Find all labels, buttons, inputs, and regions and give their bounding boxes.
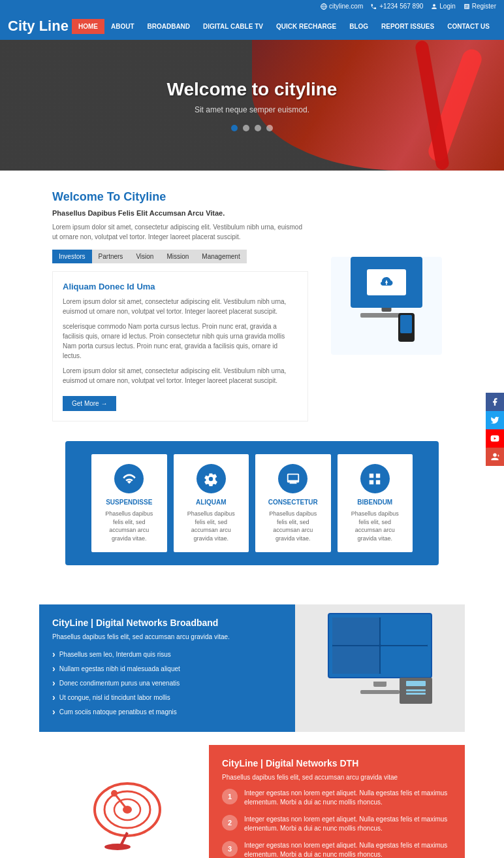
- dth-desc: Phasellus dapibus felis elit, sed accums…: [222, 774, 452, 781]
- welcome-section: Welcome To Cityline Phasellus Dapibus Fe…: [0, 171, 504, 441]
- googleplus-button[interactable]: [486, 448, 504, 466]
- dth-info: CityLine | Digital Networks DTH Phasellu…: [209, 745, 465, 858]
- tab-management[interactable]: Management: [195, 250, 246, 263]
- hero-content: Welcome to cityline Sit amet neque sempe…: [167, 79, 338, 131]
- broadband-title: CityLine | Digital Networks Broadband: [52, 618, 282, 628]
- welcome-tabs: Investors Partners Vision Mission Manage…: [52, 250, 308, 263]
- broadband-image: [295, 604, 465, 732]
- broadband-section: CityLine | Digital Networks Broadband Ph…: [39, 604, 465, 732]
- feature-title-4: BIBENDUM: [347, 499, 403, 506]
- feature-desc-3: Phasellus dapibus felis elit, sed accums…: [265, 510, 321, 542]
- gear-icon: [197, 464, 226, 493]
- feature-consectetur: CONSECTETUR Phasellus dapibus felis elit…: [255, 454, 331, 552]
- dth-number-1: 1: [222, 789, 238, 804]
- hero-dot-3[interactable]: [255, 125, 261, 131]
- dth-number-3: 3: [222, 841, 238, 857]
- feature-title-2: ALIQUAM: [183, 499, 240, 506]
- content-p1: Lorem ipsum dolor sit amet, consectetur …: [63, 297, 298, 316]
- tab-vision[interactable]: Vision: [129, 250, 160, 263]
- dth-text-1: Integer egestas non lorem eget aliquet. …: [244, 789, 452, 807]
- dth-title: CityLine | Digital Networks DTH: [222, 758, 452, 768]
- header: City Line HOME ABOUT BROADBAND DIGITAL C…: [0, 12, 504, 40]
- features-wrapper: SUSPENDISSE Phasellus dapibus felis elit…: [0, 441, 504, 591]
- content-title: Aliquam Donec Id Uma: [63, 282, 298, 291]
- feature-aliquam: ALIQUAM Phasellus dapibus felis elit, se…: [174, 454, 249, 552]
- content-p2: scelerisque commodo Nam porta cursus lec…: [63, 322, 298, 361]
- register-link[interactable]: Register: [464, 3, 496, 10]
- hero-title: Welcome to cityline: [167, 79, 338, 100]
- broadband-item-2: Nullam egestas nibh id malesuada aliquet: [52, 661, 282, 676]
- youtube-button[interactable]: [486, 429, 504, 448]
- dth-text-2: Integer egestas non lorem eget aliquet. …: [244, 815, 452, 833]
- broadband-item-5: Cum sociis natoque penatibus et magnis: [52, 704, 282, 719]
- hero-section: Welcome to cityline Sit amet neque sempe…: [0, 40, 504, 171]
- hero-dot-1[interactable]: [231, 125, 238, 131]
- broadband-desc: Phasellus dapibus felis elit, sed accums…: [52, 633, 282, 640]
- welcome-text: Welcome To Cityline Phasellus Dapibus Fe…: [52, 190, 308, 421]
- welcome-body: Lorem ipsum dolor sit amet, consectetur …: [52, 222, 308, 242]
- login-link[interactable]: Login: [431, 3, 455, 10]
- top-bar: cityline.com +1234 567 890 Login Registe…: [0, 0, 504, 12]
- features-grid: SUSPENDISSE Phasellus dapibus felis elit…: [91, 454, 413, 552]
- broadband-info: CityLine | Digital Networks Broadband Ph…: [39, 604, 295, 732]
- phone-number: +1234 567 890: [371, 3, 423, 10]
- broadband-item-3: Donec condimentum purus una venenatis: [52, 676, 282, 690]
- dth-text-3: Integer egestas non lorem eget aliquet. …: [244, 841, 452, 858]
- feature-desc-1: Phasellus dapibus felis elit, sed accums…: [101, 510, 157, 542]
- feature-suspendisse: SUSPENDISSE Phasellus dapibus felis elit…: [91, 454, 167, 552]
- hero-dot-4[interactable]: [266, 125, 273, 131]
- broadband-item-1: Phasellus sem leo, Interdum quis risus: [52, 647, 282, 661]
- tab-content: Aliquam Donec Id Uma Lorem ipsum dolor s…: [52, 271, 308, 421]
- svg-point-13: [111, 790, 118, 797]
- svg-point-11: [104, 844, 131, 850]
- nav-blog[interactable]: BLOG: [343, 19, 375, 34]
- nav-home[interactable]: HOME: [72, 19, 104, 34]
- dth-item-2: 2 Integer egestas non lorem eget aliquet…: [222, 815, 452, 833]
- nav-report-issues[interactable]: REPORT ISSUES: [375, 19, 441, 34]
- logo: City Line: [8, 18, 69, 35]
- hero-dots: [167, 125, 338, 131]
- welcome-image: [321, 190, 452, 421]
- broadband-item-4: Ut congue, nisl id tincidunt labor molli…: [52, 690, 282, 704]
- broadband-list: Phasellus sem leo, Interdum quis risus N…: [52, 647, 282, 719]
- feature-title-3: CONSECTETUR: [265, 499, 321, 506]
- dth-section: CityLine | Digital Networks DTH Phasellu…: [39, 745, 465, 858]
- tab-mission[interactable]: Mission: [160, 250, 195, 263]
- monitor-icon: [278, 464, 307, 493]
- satellite-dish-icon: [78, 774, 170, 852]
- dth-item-1: 1 Integer egestas non lorem eget aliquet…: [222, 789, 452, 807]
- nav-broadband[interactable]: BROADBAND: [141, 19, 197, 34]
- feature-title-1: SUSPENDISSE: [101, 499, 157, 506]
- dth-item-3: 3 Integer egestas non lorem eget aliquet…: [222, 841, 452, 858]
- dth-number-2: 2: [222, 815, 238, 831]
- feature-bibendum: BIBENDUM Phasellus dapibus felis elit, s…: [338, 454, 413, 552]
- get-more-button[interactable]: Get More →: [63, 396, 116, 411]
- facebook-button[interactable]: [486, 393, 504, 411]
- nav-contact-us[interactable]: CONTACT US: [441, 19, 496, 34]
- content-p3: Lorem ipsum dolor sit amet, consectetur …: [63, 366, 298, 386]
- wifi-icon: [114, 464, 144, 493]
- hero-dot-2[interactable]: [243, 125, 249, 131]
- tab-investors[interactable]: Investors: [52, 250, 92, 263]
- tab-partners[interactable]: Partners: [92, 250, 130, 263]
- feature-desc-4: Phasellus dapibus felis elit, sed accums…: [347, 510, 403, 542]
- twitter-button[interactable]: [486, 411, 504, 429]
- nav-digital-cable-tv[interactable]: DIGITAL CABLE TV: [197, 19, 270, 34]
- dth-image: [39, 745, 209, 858]
- feature-desc-2: Phasellus dapibus felis elit, sed accums…: [183, 510, 240, 542]
- nav-quick-recharge[interactable]: QUICK RECHARGE: [270, 19, 343, 34]
- nav-about[interactable]: ABOUT: [104, 19, 141, 34]
- main-nav: HOME ABOUT BROADBAND DIGITAL CABLE TV QU…: [72, 19, 496, 34]
- grid-icon: [360, 464, 390, 493]
- welcome-title: Welcome To Cityline: [52, 190, 308, 204]
- social-sidebar: [486, 393, 504, 466]
- welcome-subtitle: Phasellus Dapibus Felis Elit Accumsan Ar…: [52, 209, 308, 217]
- features-section: SUSPENDISSE Phasellus dapibus felis elit…: [65, 441, 439, 565]
- website-link[interactable]: cityline.com: [321, 3, 363, 10]
- hero-subtitle: Sit amet neque semper euismod.: [167, 105, 338, 114]
